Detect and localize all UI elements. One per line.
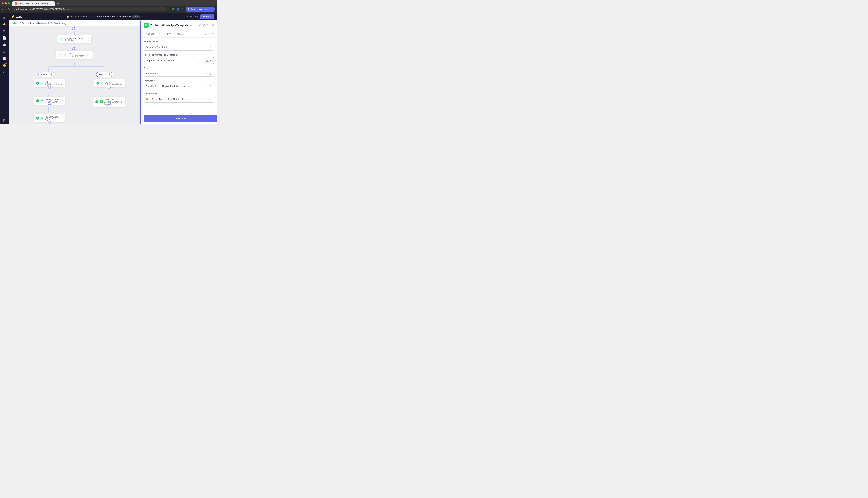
relaunch-button[interactable]: Relaunch to update ⋮ bbox=[186, 6, 215, 12]
folder-icon: 📁 bbox=[67, 15, 69, 18]
panel-edit-icon[interactable]: ✏ bbox=[190, 24, 192, 27]
tab-title: New Order Delivery Messag... bbox=[18, 2, 50, 5]
zap-icon: ⚡ bbox=[11, 15, 15, 18]
to-phone-input[interactable]: output of step 6 run python ⚠ + bbox=[143, 57, 214, 64]
template-kebab-icon[interactable]: ⋮ bbox=[209, 85, 212, 88]
path-a-menu[interactable]: ⋮ bbox=[50, 73, 53, 76]
first-name-add-icon[interactable]: + bbox=[210, 97, 212, 101]
app-name[interactable]: Zaps bbox=[16, 15, 22, 18]
tab-test[interactable]: Test ⚠ bbox=[175, 31, 185, 36]
add-step-after-whatsapp9[interactable]: + bbox=[107, 102, 111, 106]
utilities-label: 2. Utilities bbox=[65, 39, 84, 42]
phone-add-icon[interactable]: + bbox=[210, 59, 212, 63]
path-b-menu[interactable]: ⋮ bbox=[108, 73, 111, 76]
python6-menu[interactable]: ⋮ bbox=[61, 117, 64, 120]
address-bar[interactable]: zapier.com/editor/258077525/draft/258077… bbox=[12, 7, 166, 11]
python5-check-icon: ✓ bbox=[36, 99, 39, 102]
whatsapp9-menu[interactable]: ⋮ bbox=[122, 101, 124, 104]
node-split-paths[interactable]: ⚠ ⬡ Paths 3. Split into paths ▾ ⋮ bbox=[55, 51, 93, 59]
split-menu[interactable]: ⋮ bbox=[89, 53, 91, 56]
sender-required: * bbox=[158, 40, 159, 43]
add-step-after-python5[interactable]: + bbox=[47, 102, 51, 106]
from-select[interactable]: Superchat ⇅ ⋮ bbox=[143, 70, 214, 77]
tab-setup[interactable]: ✓ Setup bbox=[143, 31, 155, 36]
breadcrumb-app[interactable]: Ecommerce S... bbox=[71, 15, 89, 18]
panel-close-icon[interactable]: ✕ bbox=[212, 24, 214, 27]
path-a-box[interactable]: Path A ▾ ⋮ bbox=[38, 72, 55, 77]
panel-undo-icon[interactable]: ↺ bbox=[203, 24, 205, 27]
sidebar-icon-grid[interactable]: ⊞ bbox=[1, 14, 7, 21]
add-step-after-cond-a[interactable]: + bbox=[47, 85, 51, 89]
sender-add-icon[interactable]: + bbox=[210, 45, 212, 49]
right-panel: S 7. Send WhatsApp Template ✏ ⤢ ↺ ↻ ✕ ✓ … bbox=[140, 21, 217, 124]
from-kebab-icon[interactable]: ⋮ bbox=[209, 72, 212, 75]
template-select[interactable]: Shopify Store - New order delivery statu… bbox=[143, 83, 214, 89]
path-a-chevron[interactable]: ▾ bbox=[49, 74, 50, 76]
path-cond-a-expand[interactable]: ▾ bbox=[59, 82, 61, 84]
minimize-dot[interactable] bbox=[5, 2, 7, 4]
reload-button[interactable]: ↻ bbox=[8, 8, 10, 11]
relaunch-menu-icon: ⋮ bbox=[209, 8, 212, 11]
python5-icon: </> bbox=[40, 99, 43, 102]
path-b-paths-icon: ⬡ bbox=[101, 82, 104, 85]
menu-icon[interactable]: ⋮ bbox=[181, 8, 184, 11]
split-expand[interactable]: ▾ bbox=[87, 54, 88, 56]
sidebar-icon-page[interactable]: 📄 bbox=[1, 35, 7, 41]
path-b-box[interactable]: Path B ▾ ⋮ bbox=[96, 72, 113, 77]
chevron-down-icon[interactable]: ▾ bbox=[141, 15, 143, 18]
python6-label: 6. Run Python bbox=[44, 118, 59, 120]
panel-reload-tab-icon[interactable]: ↻ bbox=[212, 32, 214, 35]
sidebar-icon-table[interactable]: ⊟ bbox=[1, 49, 7, 55]
panel-refresh-icon[interactable]: ↻ bbox=[207, 24, 210, 27]
help-button[interactable]: Help bbox=[193, 15, 199, 18]
breadcrumb-zap[interactable]: New Order Delivery Message bbox=[97, 15, 131, 18]
workflow-canvas: + F Formatter by Zapier 2. Utilities ⋮ +… bbox=[9, 26, 140, 124]
python5-title: Code by Zapier bbox=[44, 99, 59, 101]
sidebar-icon-apps[interactable]: ⊞ bbox=[1, 28, 7, 34]
new-tab-button[interactable]: + bbox=[56, 2, 60, 5]
utilities-menu[interactable]: ⋮ bbox=[87, 38, 90, 41]
publish-button[interactable]: Publish bbox=[200, 14, 215, 19]
path-b-chevron[interactable]: ▾ bbox=[106, 74, 107, 76]
panel-expand-icon[interactable]: ⤢ bbox=[199, 24, 201, 27]
python5-menu[interactable]: ⋮ bbox=[61, 99, 64, 102]
sidebar-icon-archive[interactable]: 🗄 bbox=[1, 118, 7, 123]
sidebar-icon-settings[interactable]: ⚙ bbox=[1, 69, 7, 75]
sidebar-icon-alert[interactable]: 🔔 1 bbox=[1, 62, 7, 68]
path-cond-b-menu[interactable]: ⋮ bbox=[122, 82, 124, 85]
sidebar-icon-chat[interactable]: 💬 bbox=[1, 42, 7, 48]
sender-name-input[interactable]: Gesendet über Zapier + bbox=[143, 44, 214, 51]
billing-pill-icon: 1 bbox=[146, 98, 149, 101]
phone-error-icon: ⚠ bbox=[206, 59, 209, 62]
add-step-after-cond-b[interactable]: + bbox=[107, 85, 111, 89]
active-tab[interactable]: New Order Delivery Messag... ✕ bbox=[12, 1, 55, 5]
extensions-icon[interactable]: 🧩 bbox=[171, 8, 175, 11]
continue-button[interactable]: Continue bbox=[143, 115, 217, 122]
add-step-after-python6[interactable]: + bbox=[47, 120, 51, 124]
from-required: * bbox=[150, 67, 151, 69]
sidebar-icon-clock[interactable]: 🕐 bbox=[1, 55, 7, 62]
sidebar-icon-zaps[interactable]: ⚡ bbox=[1, 21, 7, 27]
add-step-top[interactable]: + bbox=[73, 27, 76, 31]
node-utilities[interactable]: F Formatter by Zapier 2. Utilities ⋮ bbox=[57, 35, 91, 43]
back-button[interactable]: ‹ bbox=[11, 22, 12, 25]
whatsapp9-check-icon: ✓ bbox=[95, 101, 99, 104]
back-button[interactable]: ‹ bbox=[2, 8, 3, 11]
tab-configure[interactable]: ✓ Configure bbox=[157, 31, 173, 36]
path-b-label: Path B bbox=[99, 73, 105, 76]
path-cond-a-menu[interactable]: ⋮ bbox=[61, 82, 64, 85]
close-dot[interactable] bbox=[2, 2, 4, 4]
whatsapp9-app-icon: S bbox=[100, 101, 103, 104]
panel-sync-icon[interactable]: ⇄ bbox=[205, 32, 207, 35]
panel-tabs: ✓ Setup › ✓ Configure › Test ⚠ ⇄ ↺ ↻ bbox=[141, 30, 217, 38]
first-name-input[interactable]: 1 1. Billing Address First Name: nils + bbox=[143, 96, 214, 103]
tab-close-button[interactable]: ✕ bbox=[51, 2, 53, 5]
bookmark-icon[interactable]: ☆ bbox=[167, 8, 170, 11]
maximize-dot[interactable] bbox=[8, 2, 10, 4]
traffic-lights bbox=[2, 2, 10, 4]
profile-icon[interactable]: 👤 bbox=[176, 8, 180, 11]
forward-button[interactable]: › bbox=[5, 8, 6, 11]
path-cond-b-expand[interactable]: ▾ bbox=[119, 82, 121, 84]
path-a-label: Path A bbox=[41, 73, 48, 76]
panel-undo-tab-icon[interactable]: ↺ bbox=[208, 32, 210, 35]
